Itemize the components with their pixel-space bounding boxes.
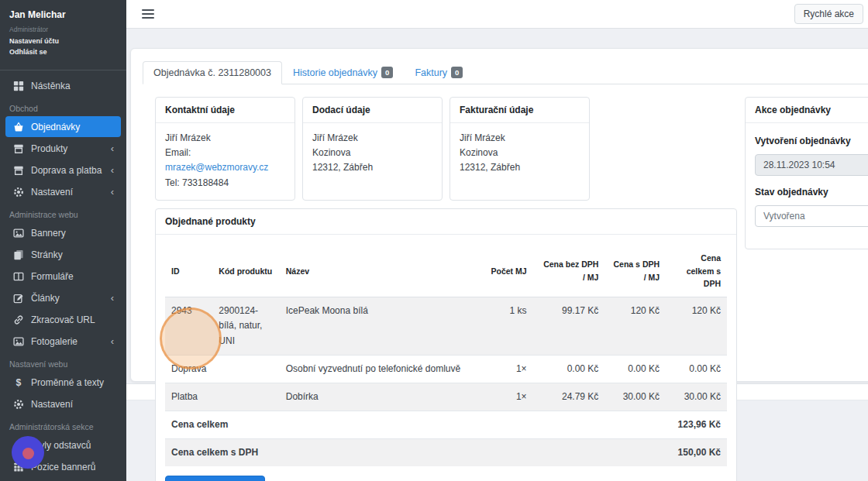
user-role: Administrátor <box>9 26 117 33</box>
sidebar-item-label: Nastavení <box>31 399 73 410</box>
table-row: Platba Dobírka 1× 24.79 Kč 30.00 Kč 30.0… <box>165 383 727 411</box>
contact-email-link[interactable]: mrazek@webzmoravy.cz <box>165 162 268 173</box>
order-created-label: Vytvoření objednávky <box>755 134 868 149</box>
tab-label: Faktury <box>415 67 447 78</box>
tab-label: Historie objednávky <box>293 67 377 78</box>
sidebar-item-produkty[interactable]: Produkty ‹ <box>5 138 121 159</box>
edit-icon <box>12 292 24 304</box>
grid-icon <box>12 80 24 91</box>
feedback-widget-button[interactable] <box>12 436 44 469</box>
cell-id: Platba <box>165 383 212 411</box>
cell-name: IcePeak Moona bílá <box>280 297 477 356</box>
column-header: Cena celkem s DPH <box>666 246 727 297</box>
cell-name: Dobírka <box>280 383 477 411</box>
sidebar-section-administratorska-sekce: Administrátorská sekce <box>0 415 126 434</box>
contact-name: Jiří Mrázek <box>165 131 285 146</box>
sidebar-item-zkracovac-url[interactable]: Zkracovač URL <box>5 309 121 330</box>
sidebar-item-label: Nastavení <box>31 187 73 198</box>
pages-icon <box>12 249 24 260</box>
order-detail-panel: Objednávka č. 2311280003 Historie objedn… <box>130 48 868 382</box>
gear-icon <box>12 186 24 198</box>
contact-info-card: Kontaktní údaje Jiří Mrázek Email: mraze… <box>155 97 295 201</box>
total-value: 150,00 Kč <box>666 439 727 467</box>
sidebar-item-bannery[interactable]: Bannery <box>5 222 121 243</box>
user-name: Jan Melichar <box>9 9 117 20</box>
sidebar-item-clanky[interactable]: Články ‹ <box>5 287 121 308</box>
columns-icon <box>12 270 24 282</box>
chevron-left-icon: ‹ <box>111 294 114 302</box>
order-tabs: Objednávka č. 2311280003 Historie objedn… <box>143 60 868 84</box>
sidebar-item-doprava-a-platba[interactable]: Doprava a platba ‹ <box>5 160 121 180</box>
sidebar-item-label: Články <box>31 293 60 304</box>
link-icon <box>12 314 24 325</box>
chevron-left-icon: ‹ <box>111 145 114 153</box>
tab-order-detail[interactable]: Objednávka č. 2311280003 <box>143 61 282 84</box>
quick-actions-button[interactable]: Rychlé akce <box>794 4 863 24</box>
sidebar-item-label: Proměnné a texty <box>31 377 104 388</box>
shipping-info-card: Dodací údaje Jiří Mrázek Kozinova 12312,… <box>302 97 443 201</box>
cell-price-net: 0.00 Kč <box>533 355 605 383</box>
total-row-with-vat: Cena celkem s DPH 150,00 Kč <box>165 439 727 467</box>
cell-total: 0.00 Kč <box>666 355 727 383</box>
table-row: Doprava Osobní vyzvednutí po telefonické… <box>165 355 727 383</box>
tab-invoices[interactable]: Faktury 0 <box>404 60 474 84</box>
ordered-products-card: Objednané produkty ID Kód produktu Název… <box>155 208 737 481</box>
billing-info-card: Fakturační údaje Jiří Mrázek Kozinova 12… <box>450 97 590 201</box>
sidebar-item-promenne-a-texty[interactable]: $ Proměnné a texty <box>5 372 121 393</box>
total-label: Cena celkem <box>165 411 666 439</box>
chevron-left-icon: ‹ <box>111 167 114 174</box>
cell-price-gross: 0.00 Kč <box>604 355 666 383</box>
order-status-input[interactable] <box>755 205 868 227</box>
contact-phone: Tel: 733188484 <box>165 176 285 191</box>
card-title: Kontaktní údaje <box>156 98 294 123</box>
sidebar-item-label: Produkty <box>31 143 67 154</box>
sidebar-item-label: Stránky <box>31 249 63 260</box>
sidebar-item-fotogalerie[interactable]: Fotogalerie ‹ <box>5 331 121 352</box>
cell-qty: 1 ks <box>477 297 533 356</box>
sidebar-item-nastaveni-obchod[interactable]: Nastavení ‹ <box>5 181 121 202</box>
sidebar-item-formulare[interactable]: Formuláře <box>5 266 121 287</box>
column-header: Cena s DPH / MJ <box>604 246 666 297</box>
column-header: Název <box>280 246 477 297</box>
edit-order-button[interactable]: Upravit objednávku <box>165 476 265 481</box>
column-header: Cena bez DPH / MJ <box>533 246 605 297</box>
account-settings-link[interactable]: Nastavení účtu <box>9 37 117 45</box>
sidebar-item-label: Pozice bannerů <box>31 462 95 472</box>
email-label: Email: <box>165 147 191 158</box>
basket-icon <box>12 121 24 132</box>
shipping-name: Jiří Mrázek <box>312 131 432 146</box>
cell-name: Osobní vyzvednutí po telefonické domluvě <box>280 355 477 383</box>
logout-link[interactable]: Odhlásit se <box>9 48 117 56</box>
image-icon <box>12 227 24 239</box>
order-created-input[interactable] <box>755 154 868 176</box>
sidebar-item-objednavky[interactable]: Objednávky <box>5 116 121 137</box>
chevron-left-icon: ‹ <box>111 338 114 345</box>
cell-qty: 1× <box>477 383 533 411</box>
image-icon <box>12 335 24 347</box>
sidebar-item-label: Formuláře <box>31 271 74 282</box>
cell-price-gross: 30.00 Kč <box>604 383 666 411</box>
card-title: Akce objednávky <box>746 98 868 123</box>
sidebar-divider <box>0 70 126 70</box>
hamburger-menu-icon[interactable] <box>142 7 154 21</box>
sidebar-menu: Nástěnka Obchod Objednávky Produkty ‹ Do… <box>0 75 126 481</box>
widget-dot-icon <box>22 448 34 459</box>
gear-icon <box>12 398 24 410</box>
sidebar-item-stranky[interactable]: Stránky <box>5 244 121 265</box>
total-row: Cena celkem 123,96 Kč <box>165 411 727 439</box>
svg-text:$: $ <box>16 377 21 388</box>
tab-label: Objednávka č. 2311280003 <box>153 67 271 78</box>
store-icon <box>12 143 24 154</box>
card-title: Dodací údaje <box>303 98 442 123</box>
sidebar-item-nastaveni-webu[interactable]: Nastavení <box>5 393 121 414</box>
sidebar-item-label: Doprava a platba <box>31 165 102 176</box>
dollar-icon: $ <box>12 376 24 388</box>
tab-order-history[interactable]: Historie objednávky 0 <box>282 60 404 84</box>
order-actions-card: Akce objednávky Vytvoření objednávky Sta… <box>745 97 868 249</box>
billing-city: 12312, Zábřeh <box>460 160 580 175</box>
sidebar-section-nastaveni-webu: Nastavení webu <box>0 352 126 371</box>
cell-code <box>212 383 279 411</box>
sidebar-item-nastenka[interactable]: Nástěnka <box>5 75 121 96</box>
sidebar-item-label: Zkracovač URL <box>31 314 95 325</box>
cell-qty: 1× <box>477 355 533 383</box>
